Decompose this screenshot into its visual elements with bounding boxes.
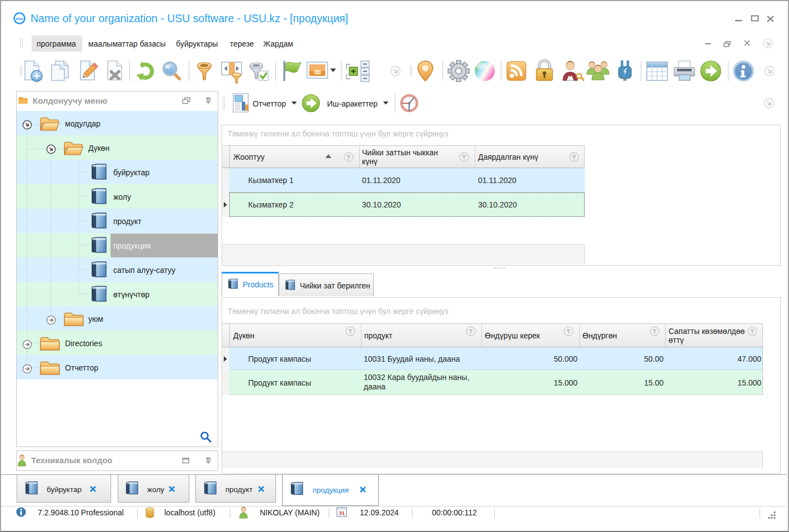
svg-text:31: 31 — [339, 510, 345, 516]
svg-text:usu: usu — [16, 16, 23, 21]
